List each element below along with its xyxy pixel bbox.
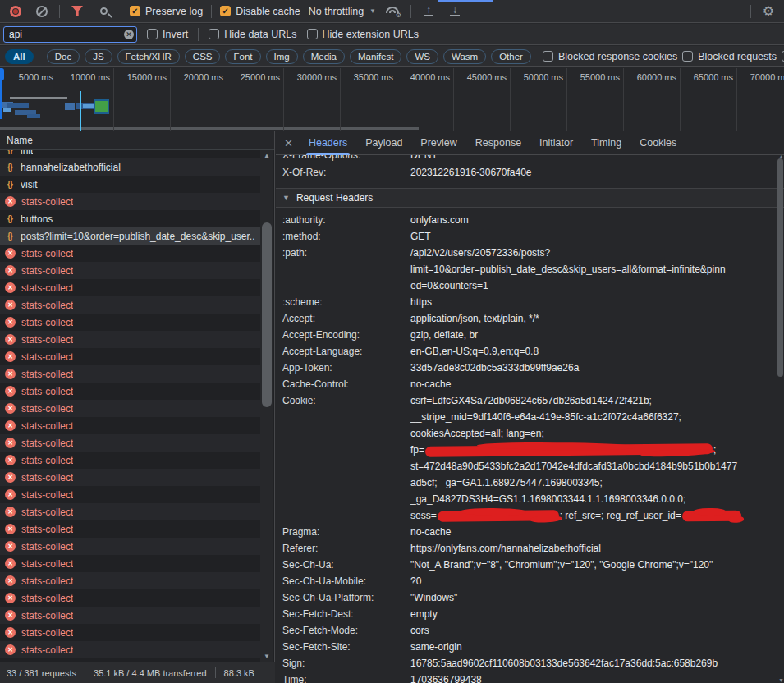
filter-pill-js[interactable]: JS: [85, 49, 112, 64]
filter-icon: [71, 6, 83, 16]
tab-preview[interactable]: Preview: [411, 131, 465, 155]
export-har-button[interactable]: ↓: [446, 2, 464, 21]
request-list-scrollbar[interactable]: ▲ ▼: [260, 150, 273, 662]
request-name: init: [21, 150, 33, 156]
throttling-select[interactable]: No throttling ▼: [309, 6, 376, 17]
filter-pill-all[interactable]: All: [5, 49, 34, 64]
close-icon[interactable]: ✕: [281, 137, 300, 149]
request-row[interactable]: ✕stats-collect: [0, 279, 260, 296]
tab-headers[interactable]: Headers: [300, 131, 356, 155]
import-har-button[interactable]: ↑: [420, 2, 438, 21]
header-value: 33d57ade8c02dbc5a333db99ff9ae26a: [410, 360, 579, 376]
request-row[interactable]: ✕stats-collect: [0, 572, 260, 589]
request-row[interactable]: ✕stats-collect: [0, 555, 260, 572]
overview-scroll-indicator[interactable]: [0, 127, 419, 130]
preserve-log-checkbox[interactable]: ✓ Preserve log: [130, 6, 203, 17]
scroll-down-icon[interactable]: ▼: [778, 677, 784, 683]
request-row[interactable]: {}buttons: [0, 210, 260, 227]
filter-pill-img[interactable]: Img: [266, 49, 298, 64]
tab-cookies[interactable]: Cookies: [630, 131, 685, 155]
request-name: stats-collect: [21, 507, 73, 518]
request-row[interactable]: ✕stats-collect: [0, 520, 260, 538]
name-column-header[interactable]: Name: [0, 131, 274, 150]
filter-pill-other[interactable]: Other: [491, 49, 531, 64]
header-row: :path:/api2/v2/users/20572336/posts?limi…: [276, 245, 784, 294]
filter-pill-doc[interactable]: Doc: [47, 49, 80, 64]
request-row[interactable]: ✕stats-collect: [0, 365, 260, 383]
request-row[interactable]: ✕stats-collect: [0, 348, 260, 365]
request-row[interactable]: ✕stats-collect: [0, 400, 260, 417]
scroll-up-icon[interactable]: ▲: [260, 152, 273, 159]
timeline-tick-label: 15000 ms: [127, 72, 167, 82]
tab-timing[interactable]: Timing: [582, 131, 630, 155]
request-name: stats-collect: [21, 386, 73, 397]
request-name: stats-collect: [21, 455, 73, 466]
details-tabs-bar: ✕ HeadersPayloadPreviewResponseInitiator…: [276, 131, 784, 155]
request-row[interactable]: ✕stats-collect: [0, 486, 260, 503]
filter-input[interactable]: [3, 26, 137, 43]
blocked-requests-checkbox[interactable]: Blocked requests: [682, 51, 777, 62]
request-row[interactable]: ✕stats-collect: [0, 417, 260, 434]
request-row[interactable]: ✕stats-collect: [0, 262, 260, 279]
network-overview-timeline[interactable]: 5000 ms10000 ms15000 ms20000 ms25000 ms3…: [0, 68, 784, 131]
request-row[interactable]: {}init: [0, 150, 260, 158]
tab-payload[interactable]: Payload: [356, 131, 411, 155]
disable-cache-checkbox[interactable]: ✓ Disable cache: [220, 6, 300, 17]
request-row[interactable]: ✕stats-collect: [0, 607, 260, 624]
timeline-tick-label: 60000 ms: [637, 72, 676, 82]
request-name: stats-collect: [21, 593, 73, 604]
request-row[interactable]: ✕stats-collect: [0, 624, 260, 641]
header-row: Sec-Fetch-Mode:cors: [276, 622, 784, 639]
scrollbar-thumb[interactable]: [262, 222, 272, 407]
request-row[interactable]: ✕stats-collect: [0, 538, 260, 555]
throttling-value: No throttling: [309, 6, 364, 17]
request-row[interactable]: ✕stats-collect: [0, 589, 260, 607]
tab-response[interactable]: Response: [466, 131, 530, 155]
clear-filter-icon[interactable]: ✕: [124, 30, 134, 39]
filter-pill-css[interactable]: CSS: [185, 49, 221, 64]
filter-pill-ws[interactable]: WS: [406, 49, 438, 64]
filter-toggle-button[interactable]: [68, 2, 86, 21]
request-row[interactable]: ✕stats-collect: [0, 245, 260, 262]
clear-button[interactable]: [33, 2, 51, 21]
request-row[interactable]: ✕stats-collect: [0, 452, 260, 469]
request-row[interactable]: ✕stats-collect: [0, 434, 260, 452]
request-row[interactable]: {}hannahelizabethofficial: [0, 158, 260, 176]
request-row[interactable]: ✕stats-collect: [0, 296, 260, 314]
details-scrollbar[interactable]: ▲ ▼: [776, 155, 784, 683]
checkbox-unchecked-icon: [307, 29, 318, 39]
filter-pill-wasm[interactable]: Wasm: [443, 49, 486, 64]
request-headers-section-toggle[interactable]: ▼ Request Headers: [276, 188, 784, 208]
request-row[interactable]: ✕stats-collect: [0, 193, 260, 210]
filter-pill-fetch-xhr[interactable]: Fetch/XHR: [117, 49, 180, 64]
invert-checkbox[interactable]: Invert: [147, 29, 188, 40]
settings-button[interactable]: ⚙: [759, 2, 777, 21]
filter-pill-media[interactable]: Media: [303, 49, 345, 64]
request-row[interactable]: {}visit: [0, 176, 260, 193]
search-button[interactable]: [94, 2, 112, 21]
request-row[interactable]: ✕stats-collect: [0, 331, 260, 348]
error-icon: ✕: [5, 386, 16, 397]
request-row[interactable]: ✕stats-collect: [0, 383, 260, 400]
fetch-json-icon: {}: [5, 150, 15, 154]
scroll-down-icon[interactable]: ▼: [260, 653, 273, 660]
request-row[interactable]: {}posts?limit=10&order=publish_date_desc…: [0, 227, 260, 245]
filter-pill-font[interactable]: Font: [225, 49, 260, 64]
request-row[interactable]: ✕stats-collect: [0, 503, 260, 520]
request-row[interactable]: ✕stats-collect: [0, 641, 260, 658]
hide-data-urls-checkbox[interactable]: Hide data URLs: [209, 29, 296, 40]
timeline-gridline: [113, 68, 114, 131]
hide-extension-urls-checkbox[interactable]: Hide extension URLs: [307, 29, 419, 40]
header-value: same-origin: [410, 639, 462, 655]
blocked-response-cookies-checkbox[interactable]: Blocked response cookies: [543, 51, 677, 62]
disable-cache-label: Disable cache: [236, 6, 300, 17]
request-row[interactable]: ✕stats-collect: [0, 469, 260, 486]
request-row[interactable]: ✕stats-collect: [0, 314, 260, 331]
tab-initiator[interactable]: Initiator: [530, 131, 582, 155]
network-conditions-icon: ⚙: [386, 6, 401, 17]
waterfall-activity-bar: [0, 80, 2, 119]
filter-pill-manifest[interactable]: Manifest: [350, 49, 401, 64]
record-button[interactable]: [7, 2, 25, 21]
scrollbar-thumb[interactable]: [777, 158, 783, 377]
network-conditions-button[interactable]: ⚙: [384, 2, 402, 21]
